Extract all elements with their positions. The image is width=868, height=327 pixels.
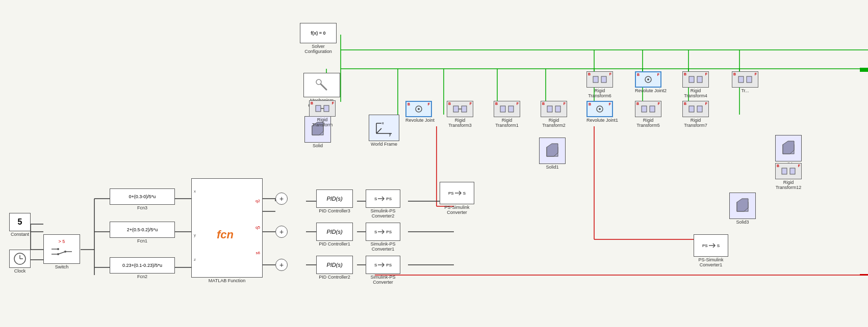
constant-label: Constant bbox=[9, 232, 31, 237]
svg-rect-83 bbox=[697, 76, 702, 83]
matlab-function-label: MATLAB Function bbox=[191, 278, 263, 283]
rigid-transform6-block: B F RigidTransform6 bbox=[586, 71, 613, 98]
ps-simulink-block: PS S PS-SimulinkConverter bbox=[440, 182, 474, 215]
svg-rect-74 bbox=[642, 106, 647, 112]
svg-marker-93 bbox=[737, 199, 748, 211]
svg-rect-90 bbox=[782, 168, 787, 174]
pid2-block: PID(s) PID Controller2 bbox=[316, 256, 353, 280]
fcn1-block: 2+(0.5-0.2)/5*u Fcn1 bbox=[110, 222, 175, 243]
svg-rect-76 bbox=[689, 106, 694, 112]
fcn2-block: 0.23+(0.1-0.23)/5*u Fcn2 bbox=[110, 257, 175, 279]
rigid-transform7-block: B F RigidTransform7 bbox=[682, 101, 709, 128]
rigid-transform2-block: B F RigidTransform2 bbox=[541, 101, 567, 128]
fcn3-expr: 0+(0.3-0)/5*u bbox=[129, 194, 156, 199]
simulink-ps2-block: S PS Simulink-PSConverter2 bbox=[366, 189, 400, 219]
world-frame-label: World Frame bbox=[369, 142, 399, 147]
solid1-block: Solid1 bbox=[539, 138, 566, 170]
switch-label: Switch bbox=[43, 264, 80, 269]
svg-rect-91 bbox=[790, 168, 795, 174]
svg-rect-68 bbox=[500, 106, 505, 112]
solver-configuration-block: f(x) = 0 SolverConfiguration bbox=[300, 23, 337, 54]
svg-rect-77 bbox=[697, 106, 702, 112]
rigid-transform3-block: B F RigidTransform3 bbox=[447, 101, 473, 128]
svg-rect-66 bbox=[462, 106, 467, 112]
rigid-transform12-block: B F RigidTransform12 bbox=[775, 163, 802, 190]
svg-rect-70 bbox=[547, 106, 552, 112]
revolute-joint-block: B F Revolute Joint bbox=[405, 101, 435, 123]
sum-s6: + bbox=[275, 259, 288, 271]
fcn1-expr: 2+(0.5-0.2)/5*u bbox=[127, 227, 158, 232]
svg-rect-78 bbox=[593, 76, 598, 83]
solid3-block: Solid3 bbox=[729, 193, 756, 225]
svg-text:fcn: fcn bbox=[217, 228, 234, 241]
fcn2-label: Fcn2 bbox=[110, 274, 175, 279]
svg-rect-79 bbox=[601, 76, 606, 83]
svg-point-81 bbox=[647, 78, 649, 80]
svg-text:x: x bbox=[382, 121, 384, 125]
svg-rect-71 bbox=[555, 106, 560, 112]
ps-simulink1-block: PS S PS-SimulinkConverter1 bbox=[694, 234, 728, 267]
svg-point-73 bbox=[599, 108, 601, 110]
rigid-transform-block: B F RigidTransform bbox=[309, 100, 336, 127]
clock-block: Clock bbox=[9, 250, 31, 274]
svg-rect-84 bbox=[738, 76, 744, 83]
simulink-ps1-block: S PS Simulink-PSConverter1 bbox=[366, 223, 400, 252]
svg-rect-65 bbox=[453, 106, 458, 112]
rigid-transform-top-right-block: B F Tr... bbox=[732, 71, 758, 93]
solid-label: Solid bbox=[304, 143, 331, 148]
svg-point-64 bbox=[418, 108, 420, 110]
constant-block: 5 Constant bbox=[9, 213, 31, 237]
fcn2-expr: 0.23+(0.1-0.23)/5*u bbox=[122, 263, 162, 268]
solid1-label: Solid1 bbox=[539, 165, 566, 170]
solid2-block: Solid2 bbox=[775, 135, 802, 167]
svg-text:y: y bbox=[389, 132, 391, 137]
svg-line-51 bbox=[321, 84, 326, 90]
rigid-transform4-block: B F RigidTransform4 bbox=[682, 71, 709, 98]
fcn3-block: 0+(0.3-0)/5*u Fcn3 bbox=[110, 188, 175, 210]
sum-q5: + bbox=[275, 226, 288, 238]
switch-block: > 5 Switch bbox=[43, 234, 80, 269]
constant-value: 5 bbox=[18, 217, 22, 227]
edge-arrow-bottom bbox=[860, 274, 868, 276]
solver-config-expr: f(x) = 0 bbox=[311, 31, 325, 36]
clock-label: Clock bbox=[9, 268, 31, 274]
svg-line-55 bbox=[376, 128, 381, 133]
revolute-joint-label: Revolute Joint bbox=[405, 118, 435, 123]
svg-rect-85 bbox=[747, 76, 752, 83]
simulink-ps-block: S PS Simulink-PSConverter bbox=[366, 256, 400, 285]
svg-marker-89 bbox=[783, 141, 794, 154]
pid1-block: PID(s) PID Controller1 bbox=[316, 223, 353, 247]
rigid-transform5-block: B F RigidTransform5 bbox=[635, 101, 661, 128]
svg-rect-75 bbox=[650, 106, 655, 112]
fcn3-label: Fcn3 bbox=[110, 205, 175, 210]
sum-q2: + bbox=[275, 193, 288, 205]
revolute-joint2-block: B F Revolute Joint2 bbox=[635, 71, 667, 93]
fcn1-label: Fcn1 bbox=[110, 238, 175, 243]
world-frame-block: x y World Frame bbox=[369, 115, 399, 147]
svg-rect-69 bbox=[508, 106, 514, 112]
rigid-transform1-block: B F RigidTransform1 bbox=[494, 101, 520, 128]
matlab-function-block: x y z q2 q5 s6 fcn MATLAB Function bbox=[191, 178, 263, 283]
pid3-block: PID(s) PID Controller3 bbox=[316, 189, 353, 213]
edge-arrow-top bbox=[860, 68, 868, 72]
svg-rect-61 bbox=[324, 105, 329, 112]
svg-point-99 bbox=[57, 248, 59, 250]
solver-config-label: SolverConfiguration bbox=[300, 44, 337, 54]
solid3-label: Solid3 bbox=[729, 220, 756, 225]
svg-rect-60 bbox=[316, 105, 321, 112]
svg-rect-82 bbox=[689, 76, 694, 83]
svg-marker-87 bbox=[547, 144, 558, 156]
revolute-joint1-block: B F Revolute Joint1 bbox=[586, 101, 618, 123]
svg-line-101 bbox=[58, 252, 65, 254]
